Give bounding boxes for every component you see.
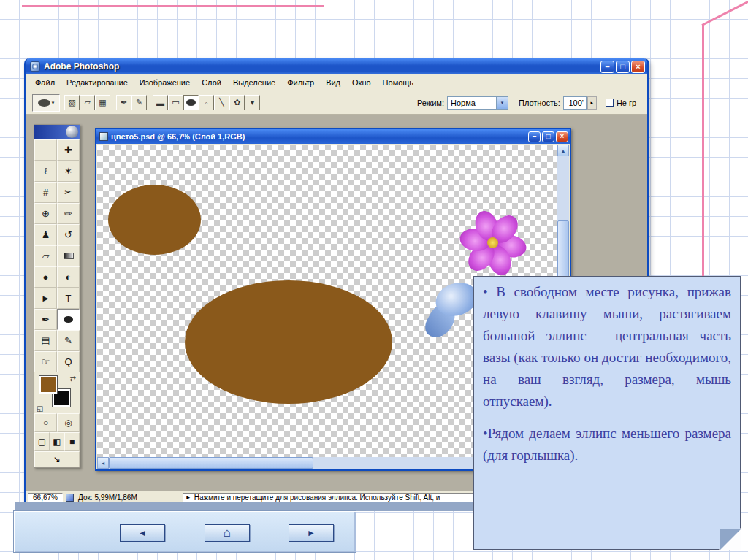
large-brown-ellipse[interactable] — [185, 280, 392, 404]
pen-tool-button[interactable]: ✒ — [116, 95, 131, 110]
tool-preset-picker[interactable]: ▾ — [32, 94, 60, 112]
swap-colors-icon[interactable]: ⇄ — [70, 375, 76, 383]
screen-mode-full-button[interactable]: ■ — [64, 432, 80, 451]
menu-item-layer[interactable]: Слой — [196, 76, 227, 89]
jump-to-imageready-button[interactable]: ↘ — [34, 451, 80, 467]
doc-minimize-button[interactable]: – — [528, 131, 541, 142]
menu-item-select[interactable]: Выделение — [227, 76, 281, 89]
shape-options-arrow[interactable]: ▾ — [245, 95, 260, 110]
tool-palette: ✚ ℓ ✶ # ✂ ⊕ ✏ ♟ ↺ ▱ ● ◐ ► T ✒ — [34, 124, 80, 468]
group-checkbox[interactable] — [606, 99, 614, 107]
note-box: • В свободном месте рисунка, прижав леву… — [473, 276, 741, 550]
note-paragraph-1: • В свободном месте рисунка, прижав леву… — [483, 281, 731, 413]
small-brown-ellipse[interactable] — [108, 185, 201, 255]
marquee-icon — [42, 147, 50, 153]
slide: Adobe Photoshop – □ × Файл Редактировани… — [0, 0, 748, 560]
menu-item-edit[interactable]: Редактирование — [61, 76, 134, 89]
opacity-arrow-icon[interactable]: ▸ — [587, 96, 597, 110]
gradient-icon — [64, 253, 74, 259]
tool-gradient[interactable] — [57, 245, 80, 266]
window-title: Adobe Photoshop — [44, 61, 119, 72]
line-shape-button[interactable]: ╲ — [214, 95, 229, 110]
tool-dodge[interactable]: ◐ — [57, 266, 80, 288]
standard-mode-button[interactable]: ○ — [34, 413, 57, 432]
hint-arrow-icon: ► — [186, 494, 191, 501]
tool-pen[interactable]: ✒ — [34, 309, 57, 330]
fill-pixels-button[interactable]: ▦ — [95, 95, 110, 110]
tool-lasso[interactable]: ℓ — [34, 161, 57, 182]
tool-rect-marquee[interactable] — [34, 139, 57, 161]
tool-zoom[interactable]: Q — [57, 351, 80, 372]
doc-maximize-button[interactable]: □ — [542, 131, 554, 142]
tool-blur[interactable]: ● — [34, 266, 57, 288]
shape-layers-button[interactable]: ▧ — [64, 95, 80, 110]
menu-bar: Файл Редактирование Изображение Слой Выд… — [26, 74, 647, 91]
tool-crop[interactable]: # — [34, 182, 57, 203]
dropdown-arrow-icon[interactable]: ▾ — [496, 97, 508, 109]
menu-item-window[interactable]: Окно — [346, 76, 377, 89]
mode-label: Режим: — [417, 99, 444, 107]
screen-mode-row: ▢ ◧ ■ — [34, 432, 80, 451]
opacity-spinner: 100' ▸ — [563, 96, 597, 110]
document-size-text: Док: 5,99М/1,86М — [77, 494, 139, 502]
menu-item-image[interactable]: Изображение — [134, 76, 196, 89]
accent-line-diagonal — [701, 1, 748, 26]
back-button[interactable]: ◄ — [120, 524, 165, 542]
opacity-value[interactable]: 100' — [563, 96, 587, 110]
tool-clone-stamp[interactable]: ♟ — [34, 224, 57, 245]
paths-mode-button[interactable]: ▱ — [80, 95, 95, 110]
palette-header[interactable] — [34, 125, 80, 139]
window-titlebar[interactable]: Adobe Photoshop – □ × — [26, 58, 647, 74]
tool-move[interactable]: ✚ — [57, 139, 80, 161]
tool-eraser[interactable]: ▱ — [34, 245, 57, 266]
screen-mode-menus-button[interactable]: ◧ — [50, 432, 65, 451]
note-corner-fold — [720, 529, 741, 550]
menu-item-filter[interactable]: Фильтр — [281, 76, 320, 89]
tool-healing-brush[interactable]: ⊕ — [34, 203, 57, 224]
tool-hand[interactable]: ☞ — [34, 351, 57, 372]
minimize-button[interactable]: – — [600, 61, 614, 73]
mode-select[interactable]: Норма ▾ — [447, 96, 508, 110]
mode-value: Норма — [448, 99, 496, 107]
forward-button[interactable]: ► — [289, 524, 334, 542]
menu-item-view[interactable]: Вид — [320, 76, 346, 89]
menu-item-file[interactable]: Файл — [29, 76, 61, 89]
horizontal-scroll-thumb[interactable] — [109, 457, 313, 469]
tool-path-select[interactable]: ► — [34, 288, 57, 309]
ellipse-preset-icon — [38, 99, 50, 107]
foreground-color-swatch[interactable] — [39, 376, 57, 394]
tool-shape-ellipse-selected[interactable] — [57, 309, 80, 330]
default-colors-icon[interactable]: ◱ — [37, 404, 43, 413]
tool-brush[interactable]: ✏ — [57, 203, 80, 224]
polygon-shape-button[interactable]: ◦ — [199, 95, 214, 110]
tool-magic-wand[interactable]: ✶ — [57, 161, 80, 182]
maximize-button[interactable]: □ — [616, 61, 630, 73]
tool-notes[interactable]: ▤ — [34, 330, 57, 351]
preset-arrow-icon: ▾ — [52, 100, 55, 106]
tool-type[interactable]: T — [57, 288, 80, 309]
document-titlebar[interactable]: цвето5.psd @ 66,7% (Слой 1,RGB) – □ × — [96, 129, 570, 144]
ellipse-shape-button[interactable] — [183, 95, 199, 110]
menu-item-help[interactable]: Помощь — [377, 76, 420, 89]
ellipse-icon — [186, 99, 196, 106]
zoom-level-field[interactable]: 66,67% — [28, 493, 63, 503]
close-button[interactable]: × — [631, 61, 645, 73]
scroll-up-icon[interactable]: ▲ — [557, 145, 569, 156]
tool-eyedropper[interactable]: ✎ — [57, 330, 80, 351]
tool-slice[interactable]: ✂ — [57, 182, 80, 203]
status-doc-icon — [66, 494, 74, 502]
photoshop-app-icon — [30, 61, 40, 72]
rect-shape-button[interactable]: ▬ — [153, 95, 168, 110]
group-option: Не гр — [606, 99, 636, 107]
screen-mode-standard-button[interactable]: ▢ — [34, 432, 50, 451]
quickmask-mode-button[interactable]: ◎ — [57, 413, 80, 432]
rounded-rect-shape-button[interactable]: ▭ — [168, 95, 183, 110]
note-paragraph-2: •Рядом делаем эллипс меньшего размера (д… — [483, 423, 731, 467]
doc-close-button[interactable]: × — [556, 131, 568, 142]
home-button[interactable]: ⌂ — [205, 524, 250, 542]
scroll-left-icon[interactable]: ◄ — [97, 457, 109, 469]
document-title: цвето5.psd @ 66,7% (Слой 1,RGB) — [111, 132, 245, 141]
custom-shape-button[interactable]: ✿ — [229, 95, 245, 110]
tool-history-brush[interactable]: ↺ — [57, 224, 80, 245]
freeform-pen-button[interactable]: ✎ — [131, 95, 147, 110]
